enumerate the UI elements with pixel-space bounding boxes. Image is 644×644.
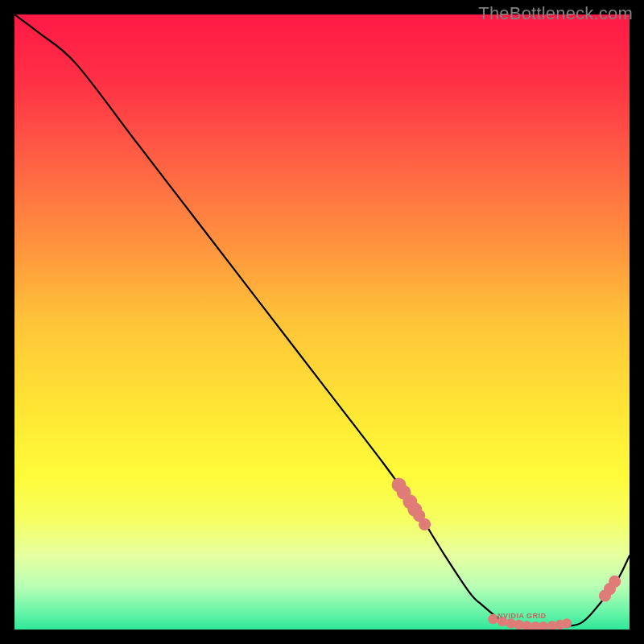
plot-area: NVIDIA GRID: [14, 14, 630, 630]
data-marker: [419, 518, 431, 530]
gradient-background: [14, 14, 630, 630]
watermark-text: TheBottleneck.com: [478, 3, 633, 24]
data-marker: [562, 618, 572, 628]
data-marker: [609, 576, 621, 588]
data-marker: [488, 614, 497, 624]
chart-stage: TheBottleneck.com NVIDIA GRID: [0, 0, 644, 644]
marker-label: NVIDIA GRID: [497, 612, 547, 620]
chart-svg: NVIDIA GRID: [14, 14, 630, 630]
